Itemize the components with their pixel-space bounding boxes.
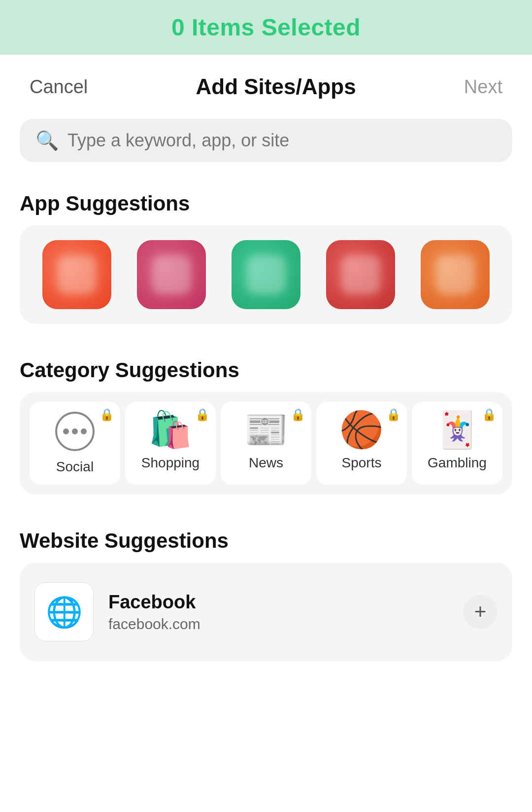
category-label-gambling: Gambling	[428, 455, 487, 471]
search-icon: 🔍	[35, 130, 59, 151]
app-item[interactable]	[129, 240, 214, 309]
app-suggestions-list	[20, 225, 512, 324]
social-icon	[55, 412, 95, 451]
app-icon	[421, 240, 490, 309]
website-name: Facebook	[108, 592, 448, 613]
app-item[interactable]	[224, 240, 308, 309]
items-selected-text: 0 Items Selected	[171, 14, 361, 40]
lock-icon: 🔒	[100, 408, 114, 422]
category-label-news: News	[249, 455, 283, 471]
app-item[interactable]	[318, 240, 403, 309]
nav-bar: Cancel Add Sites/Apps Next	[0, 55, 532, 114]
lock-icon: 🔒	[482, 408, 497, 422]
top-banner: 0 Items Selected	[0, 0, 532, 55]
page-title: Add Sites/Apps	[196, 74, 356, 99]
app-icon	[42, 240, 111, 309]
website-item-facebook[interactable]: 🌐 Facebook facebook.com +	[34, 572, 498, 651]
app-item[interactable]	[34, 240, 119, 309]
website-info: Facebook facebook.com	[108, 592, 448, 633]
website-url: facebook.com	[108, 616, 448, 633]
app-suggestions-header: App Suggestions	[0, 177, 532, 225]
search-bar[interactable]: 🔍	[20, 119, 512, 162]
app-icon	[137, 240, 206, 309]
website-suggestions-header: Website Suggestions	[0, 514, 532, 563]
website-suggestions-list: 🌐 Facebook facebook.com +	[20, 563, 512, 661]
cancel-button[interactable]: Cancel	[30, 76, 88, 98]
search-input[interactable]	[67, 130, 497, 151]
app-item[interactable]	[413, 240, 498, 309]
news-icon: 📰	[244, 412, 288, 447]
sports-icon: 🏀	[339, 412, 384, 447]
category-item-news[interactable]: 🔒 📰 News	[221, 402, 311, 485]
category-label-shopping: Shopping	[141, 455, 200, 471]
category-item-social[interactable]: 🔒 Social	[30, 402, 120, 485]
shopping-icon: 🛍️	[148, 412, 193, 447]
next-button[interactable]: Next	[464, 76, 502, 98]
website-icon: 🌐	[34, 582, 94, 641]
lock-icon: 🔒	[291, 408, 305, 422]
gambling-icon: 🃏	[435, 412, 479, 447]
category-label-social: Social	[56, 459, 94, 475]
category-suggestions-header: Category Suggestions	[0, 344, 532, 392]
add-website-button[interactable]: +	[463, 595, 498, 629]
category-item-gambling[interactable]: 🔒 🃏 Gambling	[412, 402, 502, 485]
lock-icon: 🔒	[386, 408, 401, 422]
category-suggestions-list: 🔒 Social 🔒 🛍️ Shopping 🔒 📰 News 🔒 🏀 Spor…	[20, 392, 512, 494]
category-item-shopping[interactable]: 🔒 🛍️ Shopping	[125, 402, 216, 485]
category-label-sports: Sports	[342, 455, 382, 471]
app-icon	[232, 240, 300, 309]
lock-icon: 🔒	[195, 408, 210, 422]
globe-icon: 🌐	[46, 595, 83, 630]
category-item-sports[interactable]: 🔒 🏀 Sports	[316, 402, 407, 485]
app-icon	[326, 240, 395, 309]
search-container: 🔍	[0, 114, 532, 177]
